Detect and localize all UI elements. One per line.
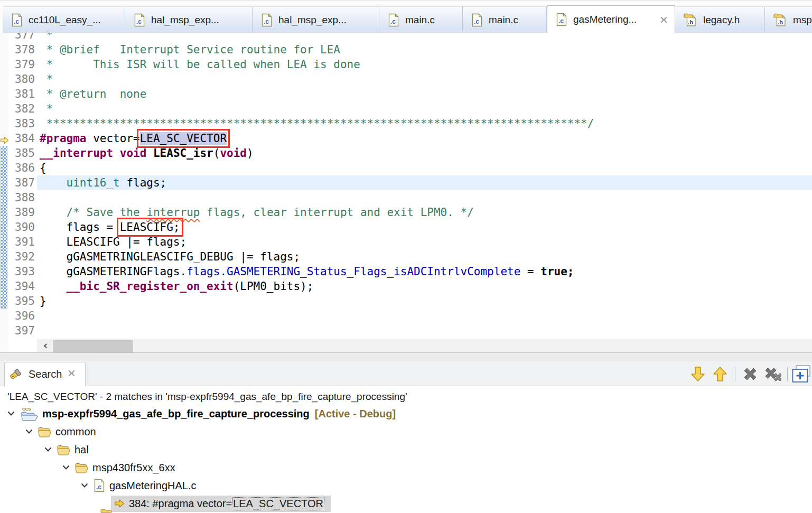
- line-number-ruler: 3773783793803813823833843853863873883893…: [8, 33, 35, 353]
- code-text: LEASCIFG |= flags;: [40, 236, 186, 248]
- code-text: #pragma: [40, 132, 87, 145]
- tab-label: cc110L_easy_...: [29, 14, 101, 26]
- code-text: (LPM0_bits);: [234, 280, 314, 293]
- code-line-393[interactable]: gGASMETERINGFlags.flags.GASMETERING_Stat…: [40, 264, 574, 279]
- line-number: 396: [8, 309, 35, 323]
- code-line-391[interactable]: LEASCIFG |= flags;: [40, 235, 186, 249]
- line-number: 382: [8, 101, 35, 116]
- scroll-left-icon[interactable]: ‹: [39, 339, 52, 353]
- tab-bar: .ccc110L_easy_....chal_msp_exp....chal_m…: [3, 6, 812, 34]
- editor-tab-5[interactable]: .cmain.c: [463, 7, 547, 34]
- line-number: 390: [8, 220, 35, 235]
- code-text: *: [40, 33, 53, 41]
- tree-row-msp-expfr5994_gas_afe_bp_fire_capture_processing[interactable]: CCSmsp-expfr5994_gas_afe_bp_fire_capture…: [0, 405, 812, 423]
- code-text: flags =: [40, 221, 120, 234]
- remove-match-button[interactable]: [741, 365, 760, 383]
- editor-tab-6[interactable]: .cgasMetering...: [547, 5, 675, 34]
- code-text: =: [520, 265, 540, 278]
- code-line-395[interactable]: }: [40, 294, 46, 309]
- code-line-394[interactable]: __bic_SR_register_on_exit(LPM0_bits);: [40, 279, 313, 294]
- expand-button[interactable]: [793, 365, 812, 383]
- code-line-384[interactable]: #pragma vector=LEA_SC_VECTOR: [40, 131, 227, 146]
- code-line-377[interactable]: *: [40, 33, 53, 42]
- tree-row-msp430fr5xx_6xx[interactable]: msp430fr5xx_6xx: [0, 459, 812, 477]
- up-arrow-icon: [712, 366, 729, 383]
- code-text: [113, 147, 120, 160]
- editor-tab-7[interactable]: .hlegacy.h: [675, 7, 765, 34]
- up-arrow-button[interactable]: [711, 365, 730, 383]
- editor-bottom-border: [0, 352, 812, 353]
- close-icon[interactable]: [652, 15, 668, 24]
- h-file-icon: .h: [684, 13, 697, 27]
- editor-tab-2[interactable]: .chal_msp_exp...: [125, 7, 253, 34]
- line-number: 378: [8, 42, 35, 57]
- code-text: /* Save the: [40, 206, 146, 219]
- code-line-383[interactable]: ****************************************…: [40, 116, 594, 131]
- remove-match-icon: [742, 366, 759, 383]
- code-line-389[interactable]: /* Save the interrup flags, clear interr…: [40, 205, 474, 220]
- code-text: {: [40, 162, 46, 174]
- annotation-ruler: [0, 33, 8, 353]
- project-icon: CCS: [20, 406, 38, 421]
- code-text: flags: [186, 265, 220, 278]
- c-file-icon: .c: [471, 13, 483, 27]
- search-view-tab-row: [0, 361, 812, 386]
- scrollbar-thumb[interactable]: [53, 340, 133, 352]
- search-results-tree: CCSmsp-expfr5994_gas_afe_bp_fire_capture…: [0, 405, 812, 512]
- folder-icon-partial: [100, 508, 114, 513]
- editor-tab-3[interactable]: .chal_msp_exp...: [253, 7, 379, 34]
- line-number: 393: [8, 264, 35, 279]
- code-line-386[interactable]: {: [40, 161, 46, 175]
- code-text: gGASMETRINGLEASCIFG_DEBUG |= flags;: [40, 250, 300, 263]
- code-text: interrup: [146, 206, 200, 219]
- svg-text:.h: .h: [688, 19, 693, 25]
- code-line-390[interactable]: flags = LEASCIFG;: [40, 220, 180, 235]
- tab-search[interactable]: Search: [4, 362, 86, 387]
- remove-all-matches-button[interactable]: [763, 365, 782, 383]
- chevron-down-icon[interactable]: [62, 465, 70, 470]
- tree-row-common[interactable]: common: [0, 423, 812, 441]
- code-line-385[interactable]: __interrupt void LEASC_isr(void): [40, 146, 254, 161]
- code-line-378[interactable]: * @brief Interrupt Service routine for L…: [40, 42, 340, 57]
- instruction-pointer-icon: [0, 134, 9, 147]
- code-line-392[interactable]: gGASMETRINGLEASCIFG_DEBUG |= flags;: [40, 249, 300, 264]
- code-text: ): [247, 147, 254, 160]
- tab-label: gasMetering...: [573, 14, 637, 25]
- editor-tab-1[interactable]: .ccc110L_easy_...: [3, 7, 125, 34]
- code-text: flags, clear interrupt and exit LPM0. */: [200, 206, 473, 219]
- code-text: (: [213, 147, 220, 160]
- code-line-380[interactable]: *: [40, 72, 53, 87]
- search-flashlight-icon: [9, 366, 23, 383]
- tree-row-gasMeteringHAL.c[interactable]: .cgasMeteringHAL.c: [0, 477, 812, 495]
- chevron-down-icon[interactable]: [7, 411, 15, 416]
- close-icon[interactable]: [67, 368, 76, 380]
- line-number: 386: [8, 161, 35, 175]
- chevron-down-icon[interactable]: [25, 429, 33, 434]
- code-line-387[interactable]: uint16_t flags;: [40, 175, 166, 190]
- down-arrow-button[interactable]: [688, 365, 707, 383]
- search-view: Search 'LEA_SC_VECTOR' - 2 matches in 'm…: [0, 361, 812, 513]
- panel-sash[interactable]: [0, 353, 812, 361]
- tree-row-hal[interactable]: hal: [0, 441, 812, 459]
- c-file-icon: .c: [556, 13, 567, 26]
- code-line-379[interactable]: * This ISR will be called when LEA is do…: [40, 57, 360, 72]
- tab-label: legacy.h: [703, 14, 740, 26]
- editor-tab-8[interactable]: .hmsp: [765, 7, 812, 34]
- search-match-row[interactable]: 384: #pragma vector=LEA_SC_VECTOR: [0, 495, 812, 512]
- chevron-down-icon[interactable]: [44, 447, 52, 452]
- code-text: gGASMETERINGFlags.: [40, 265, 186, 278]
- chevron-down-icon[interactable]: [81, 483, 89, 488]
- line-number: 377: [8, 33, 35, 42]
- horizontal-scrollbar[interactable]: ‹: [37, 338, 812, 353]
- editor-tab-4[interactable]: .cmain.c: [379, 7, 463, 34]
- tab-label: hal_msp_exp...: [278, 14, 347, 26]
- code-editor[interactable]: 3773783793803813823833843853863873883893…: [0, 33, 812, 353]
- svg-text:.c: .c: [14, 18, 19, 25]
- code-text-area[interactable]: * * @brief Interrupt Service routine for…: [40, 33, 812, 353]
- line-number: 395: [8, 294, 35, 309]
- code-line-381[interactable]: * @return none: [40, 87, 146, 101]
- expand-icon: [792, 365, 812, 383]
- code-text: __interrupt: [40, 147, 113, 160]
- code-line-382[interactable]: *: [40, 101, 53, 116]
- search-tab-label: Search: [29, 368, 62, 380]
